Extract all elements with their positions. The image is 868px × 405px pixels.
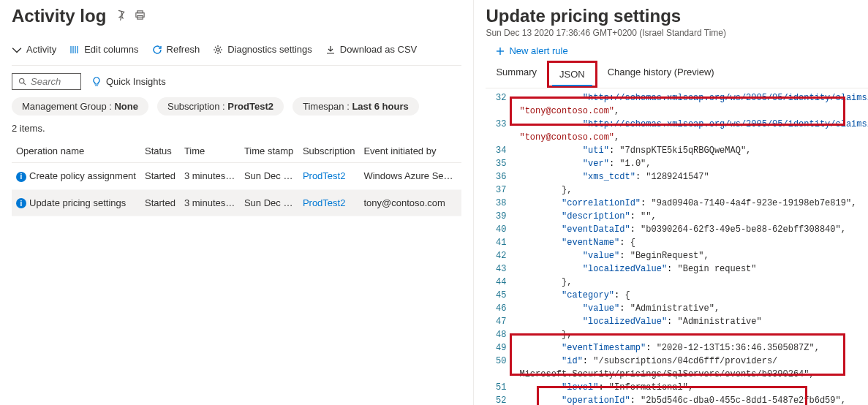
lightbulb-icon bbox=[91, 77, 102, 87]
info-icon: i bbox=[16, 198, 26, 208]
toolbar: Activity Edit columns Refresh Diagnostic… bbox=[12, 39, 461, 66]
refresh-button[interactable]: Refresh bbox=[152, 44, 200, 55]
filter-subscription[interactable]: Subscription : ProdTest2 bbox=[157, 97, 284, 116]
cell-sub[interactable]: ProdTest2 bbox=[298, 189, 360, 216]
plus-icon bbox=[496, 47, 505, 56]
diagnostics-button[interactable]: Diagnostics settings bbox=[213, 44, 312, 55]
detail-title: Update pricing settings bbox=[486, 6, 868, 26]
info-icon: i bbox=[16, 172, 26, 182]
svg-line-9 bbox=[23, 83, 26, 85]
diagnostics-label: Diagnostics settings bbox=[227, 44, 312, 55]
table-row[interactable]: iCreate policy assignment Started 3 minu… bbox=[12, 163, 461, 190]
col-status[interactable]: Status bbox=[140, 140, 180, 163]
activity-table: Operation name Status Time Time stamp Su… bbox=[12, 140, 461, 216]
quick-insights-button[interactable]: Quick Insights bbox=[91, 76, 166, 87]
items-count: 2 items. bbox=[12, 123, 461, 134]
table-row[interactable]: iUpdate pricing settings Started 3 minut… bbox=[12, 189, 461, 216]
cell-sub[interactable]: ProdTest2 bbox=[298, 163, 360, 190]
search-input[interactable] bbox=[31, 76, 75, 87]
cell-ts: Sun Dec 13... bbox=[240, 189, 298, 216]
download-csv-button[interactable]: Download as CSV bbox=[325, 44, 418, 55]
activity-label: Activity bbox=[26, 44, 56, 55]
cell-op: Create policy assignment bbox=[29, 170, 136, 181]
mg-value: None bbox=[114, 101, 138, 112]
cell-op: Update pricing settings bbox=[29, 197, 126, 208]
edit-columns-button[interactable]: Edit columns bbox=[69, 44, 138, 55]
svg-point-7 bbox=[216, 48, 219, 51]
cell-time: 3 minutes a.. bbox=[180, 163, 240, 190]
json-viewer[interactable]: 32 "http://schemas.xmlsoap.org/ws/2005/0… bbox=[486, 91, 868, 405]
activity-dropdown[interactable]: Activity bbox=[12, 44, 56, 55]
tab-json[interactable]: JSON bbox=[547, 61, 597, 88]
ts-label: Timespan : bbox=[303, 101, 352, 112]
search-icon bbox=[18, 77, 26, 86]
cell-time: 3 minutes a.. bbox=[180, 189, 240, 216]
detail-tabs: Summary JSON Change history (Preview) bbox=[486, 61, 868, 88]
cell-init: Windows Azure Securi... bbox=[359, 163, 461, 190]
refresh-label: Refresh bbox=[167, 44, 200, 55]
page-title: Activity log bbox=[12, 6, 106, 26]
ts-value: Last 6 hours bbox=[352, 101, 408, 112]
sub-value: ProdTest2 bbox=[227, 101, 273, 112]
col-operation-name[interactable]: Operation name bbox=[12, 140, 140, 163]
download-csv-label: Download as CSV bbox=[340, 44, 418, 55]
cell-status: Started bbox=[140, 189, 180, 216]
col-timestamp[interactable]: Time stamp bbox=[240, 140, 298, 163]
col-time[interactable]: Time bbox=[180, 140, 240, 163]
col-subscription[interactable]: Subscription bbox=[298, 140, 360, 163]
detail-subtitle: Sun Dec 13 2020 17:36:46 GMT+0200 (Israe… bbox=[486, 28, 868, 38]
search-box[interactable] bbox=[12, 73, 81, 90]
quick-insights-label: Quick Insights bbox=[106, 76, 166, 87]
filter-timespan[interactable]: Timespan : Last 6 hours bbox=[293, 97, 419, 116]
new-alert-rule-button[interactable]: New alert rule bbox=[496, 45, 868, 56]
pin-icon[interactable] bbox=[115, 10, 126, 23]
tab-change-history[interactable]: Change history (Preview) bbox=[597, 61, 725, 88]
svg-point-8 bbox=[20, 79, 24, 83]
print-icon[interactable] bbox=[135, 10, 146, 23]
sub-label: Subscription : bbox=[167, 101, 227, 112]
edit-columns-label: Edit columns bbox=[84, 44, 138, 55]
cell-ts: Sun Dec 13... bbox=[240, 163, 298, 190]
new-alert-label: New alert rule bbox=[509, 45, 567, 56]
tab-summary[interactable]: Summary bbox=[486, 61, 547, 88]
mg-label: Management Group : bbox=[22, 101, 114, 112]
cell-init: tony@contoso.com bbox=[359, 189, 461, 216]
col-initiated-by[interactable]: Event initiated by bbox=[359, 140, 461, 163]
cell-status: Started bbox=[140, 163, 180, 190]
filter-management-group[interactable]: Management Group : None bbox=[12, 97, 148, 116]
